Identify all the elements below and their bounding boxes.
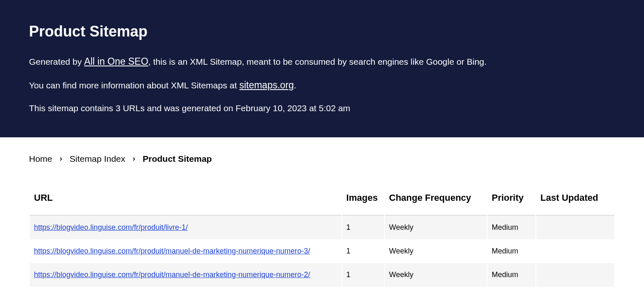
cell-images: 1: [342, 263, 384, 287]
page-title: Product Sitemap: [29, 23, 615, 40]
header-line-2-prefix: You can find more information about XML …: [29, 80, 239, 90]
chevron-right-icon: ›: [60, 154, 62, 163]
breadcrumb-home[interactable]: Home: [29, 154, 52, 164]
header-line-2: You can find more information about XML …: [29, 78, 615, 92]
header-line-3: This sitemap contains 3 URLs and was gen…: [29, 102, 615, 114]
table-row: https://blogvideo.linguise.com/fr/produi…: [30, 263, 614, 287]
chevron-right-icon: ›: [133, 154, 135, 163]
table-row: https://blogvideo.linguise.com/fr/produi…: [30, 239, 614, 263]
url-link[interactable]: https://blogvideo.linguise.com/fr/produi…: [34, 247, 310, 255]
sitemap-table: URL Images Change Frequency Priority Las…: [29, 187, 615, 287]
cell-freq: Weekly: [385, 239, 487, 263]
url-link[interactable]: https://blogvideo.linguise.com/fr/produi…: [34, 223, 188, 231]
cell-images: 1: [342, 239, 384, 263]
col-header-freq: Change Frequency: [385, 187, 487, 216]
col-header-priority: Priority: [487, 187, 535, 216]
breadcrumb-current: Product Sitemap: [143, 154, 212, 164]
cell-freq: Weekly: [385, 263, 487, 287]
page-content: Home › Sitemap Index › Product Sitemap U…: [0, 137, 644, 302]
cell-priority: Medium: [487, 216, 535, 239]
col-header-updated: Last Updated: [536, 187, 614, 216]
header-line-1-suffix: , this is an XML Sitemap, meant to be co…: [148, 57, 487, 66]
header-line-2-suffix: .: [294, 80, 296, 90]
header-line-1-prefix: Generated by: [29, 57, 84, 66]
header-line-1: Generated by All in One SEO, this is an …: [29, 55, 615, 68]
sitemaps-org-link[interactable]: sitemaps.org: [239, 80, 294, 90]
cell-url: https://blogvideo.linguise.com/fr/produi…: [30, 216, 341, 239]
col-header-images: Images: [342, 187, 384, 216]
breadcrumb-sitemap-index[interactable]: Sitemap Index: [70, 154, 125, 164]
cell-url: https://blogvideo.linguise.com/fr/produi…: [30, 239, 341, 263]
cell-url: https://blogvideo.linguise.com/fr/produi…: [30, 263, 341, 287]
breadcrumb: Home › Sitemap Index › Product Sitemap: [29, 154, 615, 164]
col-header-url: URL: [30, 187, 341, 216]
cell-images: 1: [342, 216, 384, 239]
cell-priority: Medium: [487, 263, 535, 287]
cell-priority: Medium: [487, 239, 535, 263]
aioseo-link[interactable]: All in One SEO: [84, 56, 148, 67]
url-link[interactable]: https://blogvideo.linguise.com/fr/produi…: [34, 270, 310, 279]
cell-updated: [536, 263, 614, 287]
table-row: https://blogvideo.linguise.com/fr/produi…: [30, 216, 614, 239]
page-header: Product Sitemap Generated by All in One …: [0, 0, 644, 137]
table-header-row: URL Images Change Frequency Priority Las…: [30, 187, 614, 216]
cell-updated: [536, 239, 614, 263]
cell-updated: [536, 216, 614, 239]
cell-freq: Weekly: [385, 216, 487, 239]
